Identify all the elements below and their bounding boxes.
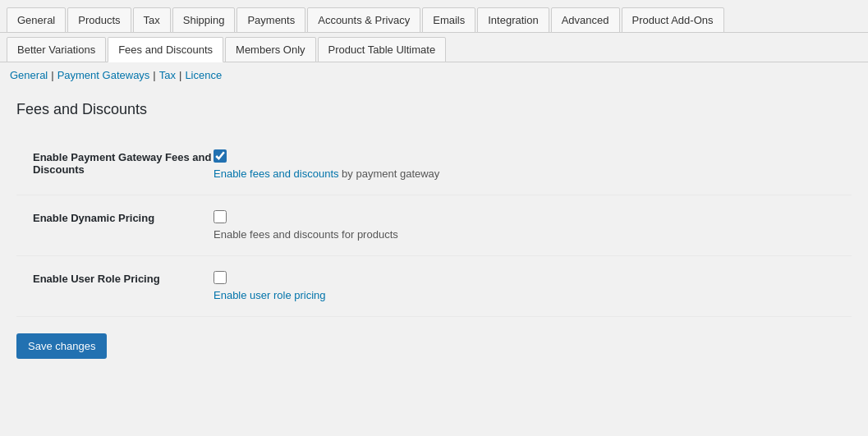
- setting-row-user-role-pricing: Enable User Role Pricing Enable user rol…: [16, 256, 852, 317]
- tab-products[interactable]: Products: [67, 7, 131, 33]
- sub-nav: General | Payment Gateways | Tax | Licen…: [0, 62, 868, 88]
- sub-tab-members-only[interactable]: Members Only: [225, 37, 316, 62]
- checkbox-wrapper-user-role-pricing: [214, 271, 835, 284]
- desc-link-user-role-pricing[interactable]: Enable user role pricing: [214, 289, 326, 301]
- setting-desc-payment-gateway: Enable fees and discounts by payment gat…: [214, 168, 835, 180]
- section-title: Fees and Discounts: [16, 101, 852, 118]
- checkbox-wrapper-dynamic-pricing: [214, 210, 835, 223]
- sub-tab-better-variations[interactable]: Better Variations: [7, 37, 106, 62]
- tab-shipping[interactable]: Shipping: [172, 7, 236, 33]
- subnav-sep-3: |: [179, 69, 181, 81]
- tab-integration[interactable]: Integration: [477, 7, 549, 33]
- setting-field-dynamic-pricing: Enable fees and discounts for products: [214, 210, 835, 241]
- tabs-row-2: Better VariationsFees and DiscountsMembe…: [0, 33, 868, 62]
- setting-label-user-role-pricing: Enable User Role Pricing: [33, 271, 214, 285]
- tab-product-add-ons[interactable]: Product Add-Ons: [622, 7, 724, 33]
- save-button[interactable]: Save changes: [16, 333, 107, 359]
- setting-label-payment-gateway: Enable Payment Gateway Fees and Discount…: [33, 149, 214, 176]
- setting-desc-dynamic-pricing: Enable fees and discounts for products: [214, 228, 835, 241]
- setting-desc-user-role-pricing: Enable user role pricing: [214, 289, 835, 301]
- checkbox-user-role-pricing[interactable]: [214, 271, 227, 284]
- tab-tax[interactable]: Tax: [133, 7, 171, 33]
- sub-tab-product-table-ultimate[interactable]: Product Table Ultimate: [318, 37, 447, 62]
- checkbox-dynamic-pricing[interactable]: [214, 210, 227, 223]
- setting-field-user-role-pricing: Enable user role pricing: [214, 271, 835, 301]
- tab-advanced[interactable]: Advanced: [551, 7, 620, 33]
- main-content: Fees and Discounts Enable Payment Gatewa…: [0, 88, 868, 416]
- subnav-tax[interactable]: Tax: [159, 69, 176, 81]
- subnav-sep-2: |: [153, 69, 155, 81]
- tab-accounts-privacy[interactable]: Accounts & Privacy: [307, 7, 420, 33]
- desc-link-payment-gateway[interactable]: Enable fees and discounts: [214, 168, 339, 180]
- setting-row-payment-gateway: Enable Payment Gateway Fees and Discount…: [16, 135, 852, 195]
- tabs-row-1: GeneralProductsTaxShippingPaymentsAccoun…: [0, 0, 868, 33]
- checkbox-wrapper-payment-gateway: [214, 149, 835, 163]
- subnav-payment-gateways[interactable]: Payment Gateways: [57, 69, 150, 81]
- setting-row-dynamic-pricing: Enable Dynamic Pricing Enable fees and d…: [16, 195, 852, 256]
- tab-payments[interactable]: Payments: [237, 7, 305, 33]
- setting-field-payment-gateway: Enable fees and discounts by payment gat…: [214, 149, 835, 180]
- sub-tab-fees-and-discounts[interactable]: Fees and Discounts: [108, 37, 223, 62]
- setting-label-dynamic-pricing: Enable Dynamic Pricing: [33, 210, 214, 224]
- tab-general[interactable]: General: [7, 7, 66, 33]
- checkbox-payment-gateway[interactable]: [214, 149, 227, 163]
- subnav-licence[interactable]: Licence: [185, 69, 222, 81]
- tab-emails[interactable]: Emails: [422, 7, 475, 33]
- subnav-general[interactable]: General: [10, 69, 48, 81]
- subnav-sep-1: |: [51, 69, 53, 81]
